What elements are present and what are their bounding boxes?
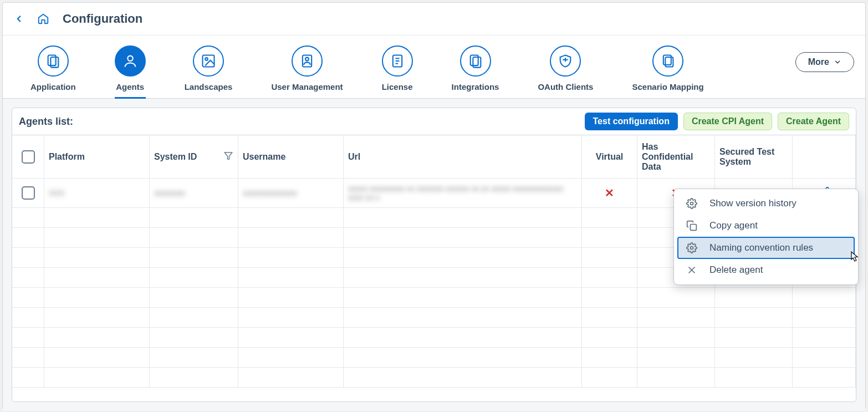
- landscapes-icon: [193, 45, 224, 77]
- tab-landscapes[interactable]: Landscapes: [168, 41, 249, 98]
- tab-license[interactable]: License: [365, 41, 430, 98]
- table-header: Platform System ID Username Url Virtual …: [12, 135, 856, 179]
- tab-scenario-mapping[interactable]: Scenario Mapping: [615, 41, 720, 98]
- create-agent-button[interactable]: Create Agent: [778, 113, 849, 130]
- gear-icon: [686, 198, 697, 209]
- tab-label: Integrations: [452, 82, 499, 91]
- column-url[interactable]: Url: [344, 135, 582, 178]
- menu-label: Show version history: [709, 198, 796, 209]
- chevron-down-icon: [834, 58, 841, 66]
- menu-delete-agent[interactable]: Delete agent: [677, 259, 855, 281]
- column-secured[interactable]: Secured Test System: [715, 135, 793, 178]
- breadcrumb-bar: Configuration: [3, 3, 865, 35]
- tab-label: Landscapes: [185, 82, 233, 91]
- svg-point-21: [691, 202, 693, 205]
- license-icon: [382, 45, 413, 77]
- empty-row: [12, 308, 856, 328]
- menu-label: Delete agent: [709, 265, 763, 276]
- tab-integrations[interactable]: Integrations: [435, 41, 516, 98]
- agents-icon: [115, 45, 146, 77]
- cell-platform: XXX: [49, 189, 64, 197]
- svg-rect-22: [691, 225, 697, 231]
- test-configuration-button[interactable]: Test configuration: [585, 113, 678, 130]
- more-button[interactable]: More: [795, 52, 854, 72]
- panel-header: Agents list: Test configuration Create C…: [12, 108, 856, 135]
- tab-application[interactable]: Application: [14, 41, 93, 98]
- page-title: Configuration: [63, 12, 142, 26]
- column-confidential[interactable]: Has Confidential Data: [637, 135, 715, 178]
- menu-copy-agent[interactable]: Copy agent: [677, 215, 855, 237]
- tab-label: Scenario Mapping: [632, 82, 703, 91]
- oauth-clients-icon: [550, 45, 581, 77]
- menu-label: Naming convention rules: [709, 242, 813, 253]
- home-icon[interactable]: [37, 13, 49, 25]
- more-label: More: [808, 57, 829, 67]
- row-checkbox[interactable]: [22, 186, 35, 200]
- empty-row: [12, 288, 856, 308]
- row-context-menu: Show version history Copy agent Naming c…: [673, 189, 859, 285]
- column-platform[interactable]: Platform: [44, 135, 150, 178]
- scenario-mapping-icon: [652, 45, 683, 77]
- integrations-icon: [460, 45, 491, 77]
- column-virtual[interactable]: Virtual: [582, 135, 637, 178]
- menu-naming-convention-rules[interactable]: Naming convention rules: [677, 237, 855, 259]
- menu-show-version-history[interactable]: Show version history: [677, 192, 855, 215]
- svg-rect-1: [50, 57, 58, 68]
- svg-point-4: [205, 58, 208, 60]
- empty-row: [12, 348, 856, 368]
- column-system-id[interactable]: System ID: [150, 135, 238, 178]
- create-cpi-agent-button[interactable]: Create CPI Agent: [683, 113, 772, 130]
- empty-row: [12, 328, 856, 348]
- svg-marker-17: [224, 152, 232, 159]
- svg-point-2: [127, 56, 132, 61]
- tab-label: Application: [30, 82, 76, 91]
- cell-system-id: xxxxxxxx: [154, 189, 185, 197]
- panel-title: Agents list:: [19, 116, 73, 128]
- close-icon: [686, 265, 697, 276]
- application-icon: [38, 45, 69, 77]
- filter-icon[interactable]: [223, 151, 233, 163]
- svg-rect-3: [203, 55, 215, 67]
- svg-point-6: [305, 58, 309, 61]
- cell-url: xxxxx xxxxxxxxx xx xxxxxxx xxxxxx xx xx …: [348, 184, 577, 202]
- gear-icon: [686, 242, 697, 253]
- tab-navigation: Application Agents Landscapes User Manag…: [3, 35, 865, 99]
- tab-label: User Management: [271, 82, 343, 91]
- tab-label: OAuth Clients: [538, 82, 593, 91]
- tab-label: Agents: [116, 82, 144, 91]
- tab-agents[interactable]: Agents: [98, 41, 162, 98]
- panel-actions: Test configuration Create CPI Agent Crea…: [585, 113, 849, 130]
- cell-username: xxxxxxxxxxxxxx: [243, 189, 297, 197]
- select-all-checkbox[interactable]: [22, 150, 35, 164]
- copy-icon: [686, 220, 697, 231]
- tab-label: License: [382, 82, 413, 91]
- tab-user-management[interactable]: User Management: [254, 41, 359, 98]
- back-button[interactable]: [14, 14, 24, 24]
- virtual-false-icon: ✕: [605, 186, 614, 200]
- tab-oauth-clients[interactable]: OAuth Clients: [521, 41, 610, 98]
- empty-row: [12, 368, 856, 388]
- menu-label: Copy agent: [709, 220, 758, 231]
- user-management-icon: [292, 45, 323, 77]
- column-username[interactable]: Username: [238, 135, 344, 178]
- svg-point-23: [691, 247, 693, 250]
